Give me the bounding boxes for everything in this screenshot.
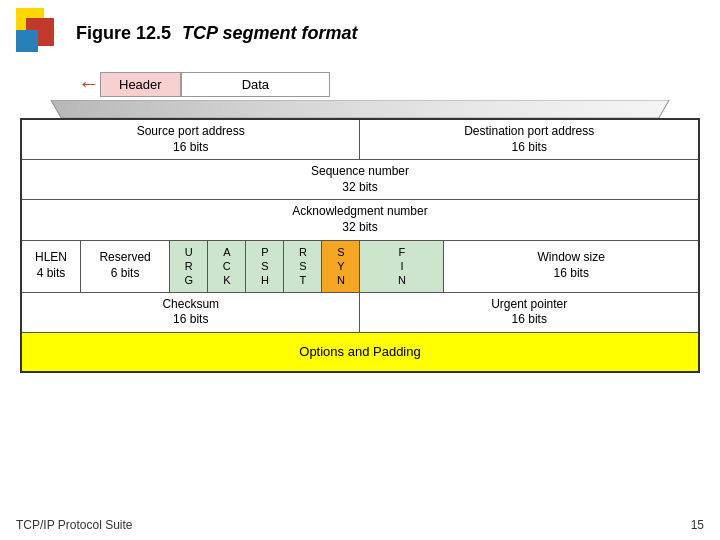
- reserved-cell: Reserved 6 bits: [80, 240, 169, 292]
- checksum-cell: Checksum 16 bits: [21, 292, 360, 332]
- table-row-checksum: Checksum 16 bits Urgent pointer 16 bits: [21, 292, 699, 332]
- flag-urg: URG: [170, 240, 208, 292]
- header-box: Header: [100, 72, 181, 97]
- flag-ack: ACK: [208, 240, 246, 292]
- footer-right: 15: [691, 518, 704, 532]
- page-footer: TCP/IP Protocol Suite 15: [16, 518, 704, 532]
- logo: [16, 8, 66, 58]
- ack-cell: Acknowledgment number 32 bits: [21, 200, 699, 240]
- data-box: Data: [181, 72, 330, 97]
- urgent-cell: Urgent pointer 16 bits: [360, 292, 699, 332]
- sequence-cell: Sequence number 32 bits: [21, 160, 699, 200]
- options-cell: Options and Padding: [21, 332, 699, 372]
- diagram-wrapper: ← Header Data Source port address: [20, 68, 700, 373]
- source-port-cell: Source port address 16 bits: [21, 119, 360, 160]
- figure-label: Figure 12.5: [76, 23, 171, 43]
- svg-marker-1: [51, 100, 669, 118]
- table-row-ports: Source port address 16 bits Destination …: [21, 119, 699, 160]
- table-row-options: Options and Padding: [21, 332, 699, 372]
- footer-left: TCP/IP Protocol Suite: [16, 518, 133, 532]
- flag-rst: RST: [284, 240, 322, 292]
- window-cell: Window size 16 bits: [444, 240, 699, 292]
- logo-blue: [16, 30, 38, 52]
- flag-fin: FIN: [360, 240, 444, 292]
- table-row-flags: HLEN 4 bits Reserved 6 bits URG ACK PSH …: [21, 240, 699, 292]
- flag-syn: SYN: [322, 240, 360, 292]
- page-header: Figure 12.5 TCP segment format: [0, 0, 720, 66]
- page-title: Figure 12.5 TCP segment format: [76, 23, 357, 44]
- tcp-table: Source port address 16 bits Destination …: [20, 118, 700, 373]
- dest-port-cell: Destination port address 16 bits: [360, 119, 699, 160]
- table-row-ack: Acknowledgment number 32 bits: [21, 200, 699, 240]
- table-row-sequence: Sequence number 32 bits: [21, 160, 699, 200]
- slant-decoration: [20, 100, 700, 118]
- hlen-cell: HLEN 4 bits: [21, 240, 80, 292]
- flag-psh: PSH: [246, 240, 284, 292]
- title-text: TCP segment format: [182, 23, 357, 43]
